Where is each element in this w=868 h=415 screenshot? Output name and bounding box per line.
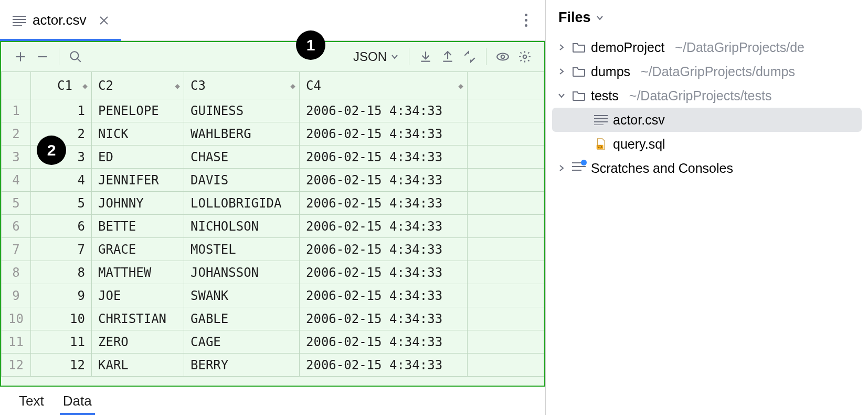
tab-actor-csv[interactable]: actor.csv xyxy=(0,0,121,40)
table-row[interactable]: 1111ZEROCAGE2006-02-15 4:34:33 xyxy=(2,330,544,354)
search-button[interactable] xyxy=(66,47,86,67)
bottom-tab-data[interactable]: Data xyxy=(63,387,92,415)
cell-c1[interactable]: 9 xyxy=(31,284,92,307)
cell-c1[interactable]: 6 xyxy=(31,215,92,238)
cell-c4[interactable]: 2006-02-15 4:34:33 xyxy=(300,238,468,261)
gutter-cell[interactable]: 2 xyxy=(2,122,31,146)
view-button[interactable] xyxy=(493,47,513,67)
close-icon[interactable] xyxy=(99,16,109,25)
gutter-cell[interactable]: 8 xyxy=(2,261,31,284)
tree-item-query-sql[interactable]: SQLquery.sql xyxy=(552,132,862,156)
cell-c4[interactable]: 2006-02-15 4:34:33 xyxy=(300,99,468,122)
transpose-button[interactable] xyxy=(460,47,480,67)
cell-c3[interactable]: NICHOLSON xyxy=(184,215,300,238)
cell-c1[interactable]: 10 xyxy=(31,307,92,330)
cell-c2[interactable]: ED xyxy=(92,146,184,169)
gutter-cell[interactable]: 9 xyxy=(2,284,31,307)
cell-c4[interactable]: 2006-02-15 4:34:33 xyxy=(300,307,468,330)
cell-c2[interactable]: PENELOPE xyxy=(92,99,184,122)
table-row[interactable]: 77GRACEMOSTEL2006-02-15 4:34:33 xyxy=(2,238,544,261)
cell-c3[interactable]: CAGE xyxy=(184,330,300,354)
cell-c2[interactable]: JOHNNY xyxy=(92,192,184,215)
cell-c4[interactable]: 2006-02-15 4:34:33 xyxy=(300,284,468,307)
tree-item-actor-csv[interactable]: actor.csv xyxy=(552,108,862,132)
settings-button[interactable] xyxy=(515,47,535,67)
column-header-c4[interactable]: C4◆ xyxy=(300,72,468,99)
gutter-cell[interactable]: 1 xyxy=(2,99,31,122)
table-row[interactable]: 1212KARLBERRY2006-02-15 4:34:33 xyxy=(2,354,544,377)
cell-c2[interactable]: JENNIFER xyxy=(92,169,184,192)
gutter-cell[interactable]: 12 xyxy=(2,354,31,377)
column-header-c1[interactable]: C1◆ xyxy=(31,72,92,99)
cell-c3[interactable]: BERRY xyxy=(184,354,300,377)
cell-c4[interactable]: 2006-02-15 4:34:33 xyxy=(300,261,468,284)
column-header-c2[interactable]: C2◆ xyxy=(92,72,184,99)
cell-c1[interactable]: 4 xyxy=(31,169,92,192)
cell-c4[interactable]: 2006-02-15 4:34:33 xyxy=(300,122,468,146)
cell-c4[interactable]: 2006-02-15 4:34:33 xyxy=(300,215,468,238)
cell-c1[interactable]: 12 xyxy=(31,354,92,377)
cell-c4[interactable]: 2006-02-15 4:34:33 xyxy=(300,354,468,377)
cell-c2[interactable]: JOE xyxy=(92,284,184,307)
cell-c1[interactable]: 11 xyxy=(31,330,92,354)
table-row[interactable]: 11PENELOPEGUINESS2006-02-15 4:34:33 xyxy=(2,99,544,122)
expand-arrow[interactable] xyxy=(556,92,567,99)
table-row[interactable]: 33EDCHASE2006-02-15 4:34:33 xyxy=(2,146,544,169)
cell-c2[interactable]: KARL xyxy=(92,354,184,377)
gutter-cell[interactable]: 11 xyxy=(2,330,31,354)
cell-c4[interactable]: 2006-02-15 4:34:33 xyxy=(300,330,468,354)
cell-c3[interactable]: CHASE xyxy=(184,146,300,169)
cell-c3[interactable]: JOHANSSON xyxy=(184,261,300,284)
gutter-cell[interactable]: 6 xyxy=(2,215,31,238)
cell-c1[interactable]: 7 xyxy=(31,238,92,261)
tree-item-tests[interactable]: tests~/DataGripProjects/tests xyxy=(552,84,862,108)
table-row[interactable]: 55JOHNNYLOLLOBRIGIDA2006-02-15 4:34:33 xyxy=(2,192,544,215)
gutter-cell[interactable]: 10 xyxy=(2,307,31,330)
gutter-cell[interactable]: 5 xyxy=(2,192,31,215)
gutter-header[interactable] xyxy=(2,72,31,99)
expand-arrow[interactable] xyxy=(556,164,567,172)
cell-c2[interactable]: ZERO xyxy=(92,330,184,354)
cell-c1[interactable]: 1 xyxy=(31,99,92,122)
cell-c1[interactable]: 5 xyxy=(31,192,92,215)
tree-item-dumps[interactable]: dumps~/DataGripProjects/dumps xyxy=(552,59,862,84)
import-button[interactable] xyxy=(416,47,436,67)
gutter-cell[interactable]: 7 xyxy=(2,238,31,261)
gutter-cell[interactable]: 3 xyxy=(2,146,31,169)
gutter-cell[interactable]: 4 xyxy=(2,169,31,192)
files-panel-header[interactable]: Files xyxy=(546,9,868,33)
table-row[interactable]: 99JOESWANK2006-02-15 4:34:33 xyxy=(2,284,544,307)
tabs-more-button[interactable] xyxy=(516,11,536,30)
table-row[interactable]: 44JENNIFERDAVIS2006-02-15 4:34:33 xyxy=(2,169,544,192)
table-row[interactable]: 88MATTHEWJOHANSSON2006-02-15 4:34:33 xyxy=(2,261,544,284)
cell-c3[interactable]: GUINESS xyxy=(184,99,300,122)
export-button[interactable] xyxy=(438,47,458,67)
tree-item-scratches-and-consoles[interactable]: Scratches and Consoles xyxy=(552,156,862,180)
remove-row-button[interactable] xyxy=(33,47,52,67)
expand-arrow[interactable] xyxy=(556,44,567,51)
cell-c3[interactable]: MOSTEL xyxy=(184,238,300,261)
cell-c3[interactable]: LOLLOBRIGIDA xyxy=(184,192,300,215)
cell-c1[interactable]: 8 xyxy=(31,261,92,284)
cell-c3[interactable]: WAHLBERG xyxy=(184,122,300,146)
cell-c4[interactable]: 2006-02-15 4:34:33 xyxy=(300,146,468,169)
cell-c3[interactable]: DAVIS xyxy=(184,169,300,192)
add-row-button[interactable] xyxy=(10,47,30,67)
column-header-c3[interactable]: C3◆ xyxy=(184,72,300,99)
cell-c2[interactable]: CHRISTIAN xyxy=(92,307,184,330)
output-format-selector[interactable]: JSON xyxy=(349,49,403,64)
table-row[interactable]: 1010CHRISTIANGABLE2006-02-15 4:34:33 xyxy=(2,307,544,330)
bottom-tab-text[interactable]: Text xyxy=(19,387,44,415)
cell-c2[interactable]: GRACE xyxy=(92,238,184,261)
cell-c4[interactable]: 2006-02-15 4:34:33 xyxy=(300,192,468,215)
cell-c4[interactable]: 2006-02-15 4:34:33 xyxy=(300,169,468,192)
table-row[interactable]: 22NICKWAHLBERG2006-02-15 4:34:33 xyxy=(2,122,544,146)
expand-arrow[interactable] xyxy=(556,68,567,75)
cell-c3[interactable]: GABLE xyxy=(184,307,300,330)
cell-c3[interactable]: SWANK xyxy=(184,284,300,307)
cell-c2[interactable]: MATTHEW xyxy=(92,261,184,284)
cell-c2[interactable]: BETTE xyxy=(92,215,184,238)
tree-item-demoproject[interactable]: demoProject~/DataGripProjects/de xyxy=(552,35,862,59)
cell-c2[interactable]: NICK xyxy=(92,122,184,146)
table-row[interactable]: 66BETTENICHOLSON2006-02-15 4:34:33 xyxy=(2,215,544,238)
